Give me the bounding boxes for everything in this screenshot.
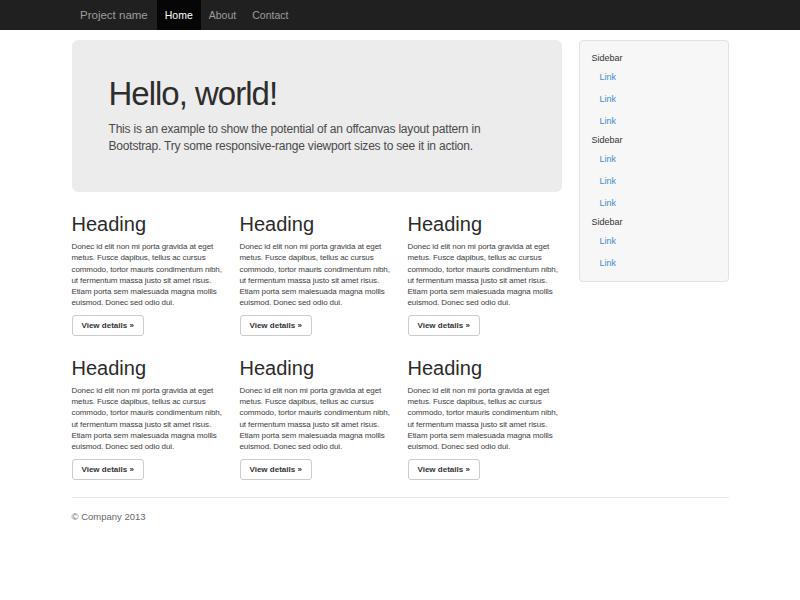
content-card: HeadingDonec id elit non mi porta gravid… [408, 214, 562, 336]
content-row: Hello, world! This is an example to show… [72, 40, 729, 480]
content-card: HeadingDonec id elit non mi porta gravid… [72, 358, 226, 480]
footer-divider [72, 497, 729, 498]
sidebar-group-heading: Sidebar [592, 214, 718, 230]
sidebar-link[interactable]: Link [592, 192, 718, 214]
sidebar-link[interactable]: Link [592, 110, 718, 132]
page-container: Hello, world! This is an example to show… [72, 30, 729, 522]
sidebar: SidebarLinkLinkLinkSidebarLinkLinkLinkSi… [579, 40, 729, 282]
card-heading: Heading [408, 358, 562, 378]
copyright: © Company 2013 [72, 511, 729, 522]
footer: © Company 2013 [72, 511, 729, 522]
sidebar-group-heading: Sidebar [592, 50, 718, 66]
view-details-button[interactable]: View details » [72, 315, 144, 336]
content-card: HeadingDonec id elit non mi porta gravid… [240, 358, 394, 480]
card-heading: Heading [240, 358, 394, 378]
jumbotron-title: Hello, world! [109, 76, 518, 112]
content-card: HeadingDonec id elit non mi porta gravid… [72, 214, 226, 336]
content-card: HeadingDonec id elit non mi porta gravid… [240, 214, 394, 336]
card-heading: Heading [408, 214, 562, 234]
card-heading: Heading [240, 214, 394, 234]
card-body-text: Donec id elit non mi porta gravida at eg… [240, 241, 394, 309]
view-details-button[interactable]: View details » [240, 459, 312, 480]
card-body-text: Donec id elit non mi porta gravida at eg… [240, 385, 394, 453]
nav-item-home[interactable]: Home [157, 0, 201, 30]
jumbotron: Hello, world! This is an example to show… [72, 40, 562, 192]
sidebar-link[interactable]: Link [592, 170, 718, 192]
nav-item-about[interactable]: About [201, 0, 244, 30]
view-details-button[interactable]: View details » [408, 459, 480, 480]
view-details-button[interactable]: View details » [408, 315, 480, 336]
card-heading: Heading [72, 214, 226, 234]
cards-grid: HeadingDonec id elit non mi porta gravid… [72, 192, 562, 480]
navbar: Project name HomeAboutContact [0, 0, 800, 30]
card-heading: Heading [72, 358, 226, 378]
sidebar-link[interactable]: Link [592, 88, 718, 110]
sidebar-group-heading: Sidebar [592, 132, 718, 148]
card-body-text: Donec id elit non mi porta gravida at eg… [408, 241, 562, 309]
view-details-button[interactable]: View details » [72, 459, 144, 480]
brand-link[interactable]: Project name [80, 0, 157, 30]
card-body-text: Donec id elit non mi porta gravida at eg… [408, 385, 562, 453]
sidebar-link[interactable]: Link [592, 148, 718, 170]
sidebar-link[interactable]: Link [592, 230, 718, 252]
jumbotron-description: This is an example to show the potential… [109, 121, 518, 155]
content-card: HeadingDonec id elit non mi porta gravid… [408, 358, 562, 480]
main-column: Hello, world! This is an example to show… [72, 40, 562, 480]
card-body-text: Donec id elit non mi porta gravida at eg… [72, 385, 226, 453]
navbar-menu: HomeAboutContact [157, 0, 297, 30]
sidebar-link[interactable]: Link [592, 66, 718, 88]
nav-item-contact[interactable]: Contact [244, 0, 296, 30]
view-details-button[interactable]: View details » [240, 315, 312, 336]
card-body-text: Donec id elit non mi porta gravida at eg… [72, 241, 226, 309]
sidebar-link[interactable]: Link [592, 252, 718, 274]
